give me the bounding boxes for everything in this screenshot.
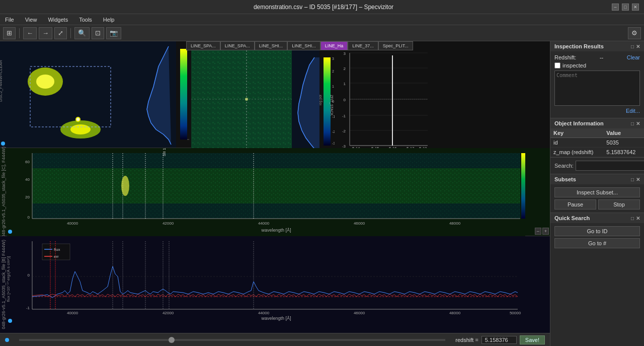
menu-help[interactable]: Help (100, 16, 118, 24)
forward-button[interactable]: → (39, 27, 52, 39)
svg-text:42000: 42000 (163, 221, 174, 226)
zoom-plus-2d[interactable]: + (542, 228, 549, 235)
svg-text:SII 1: SII 1 (162, 148, 167, 156)
timeline-slider-thumb[interactable] (169, 337, 175, 343)
redshift-display: redshift = Save! (455, 335, 545, 344)
screenshot-button[interactable]: 📷 (106, 27, 121, 39)
maximize-button[interactable]: □ (622, 4, 629, 11)
clear-button[interactable]: Clear (627, 54, 640, 60)
timeline-slider-track[interactable] (19, 339, 445, 341)
svg-text:60: 60 (25, 160, 30, 164)
svg-text:3: 3 (332, 57, 334, 60)
inspection-results-header: Inspection Results □ ✕ (550, 41, 644, 51)
svg-text:40000: 40000 (67, 311, 78, 315)
window-controls[interactable]: – □ ✕ (612, 4, 639, 11)
svg-text:-1: -1 (26, 306, 30, 310)
subsets-header: Subsets □ ✕ (550, 174, 644, 184)
pause-button[interactable]: Pause (554, 199, 596, 210)
left-panels: LINE_SPA... LINE_SPA... LINE_SHI... LINE… (0, 41, 550, 346)
goto-hash-button[interactable]: Go to # (554, 238, 640, 248)
tab-line-shi-1[interactable]: LINE_SHI... (255, 41, 288, 50)
inspected-checkbox[interactable] (554, 62, 560, 68)
galaxy-image-svg: DSC2_F444W=CLEAR (0, 41, 141, 148)
inspection-close-icon[interactable]: ✕ (636, 44, 640, 49)
inspect-subset-button[interactable]: Inspect Subset... (554, 187, 640, 197)
grid-button[interactable]: ⊞ (3, 27, 16, 39)
profile-right (292, 50, 319, 157)
colorbar-left-svg (176, 41, 191, 148)
tab-line-spa-2[interactable]: LINE_SPA... (220, 41, 255, 50)
close-button[interactable]: ✕ (632, 4, 639, 11)
edit-button[interactable]: Edit... (554, 107, 640, 115)
svg-text:48000: 48000 (449, 221, 461, 226)
inspection-results-title: Inspection Results (554, 43, 604, 49)
subsets-area: Inspect Subset... Pause Stop (550, 184, 644, 213)
goto-id-button[interactable]: Go to ID (554, 226, 640, 236)
tab-line-ha[interactable]: LINE_Ha (320, 41, 348, 50)
save-button[interactable]: Save! (520, 335, 545, 344)
spectrum-2d-nav[interactable]: – + (535, 228, 549, 235)
expand-button[interactable]: ⤢ (54, 27, 67, 39)
inspection-minimize-icon[interactable]: □ (631, 44, 634, 49)
quick-search-panel-controls[interactable]: □ ✕ (631, 216, 640, 221)
svg-text:0: 0 (28, 215, 30, 220)
svg-point-21 (245, 98, 248, 101)
tab-line-spa-1[interactable]: LINE_SPA... (186, 41, 220, 50)
svg-text:flux [×10⁻¹⁹ erg/(Å s cm²)]: flux [×10⁻¹⁹ erg/(Å s cm²)] (7, 256, 11, 302)
quick-search-title: Quick Search (554, 215, 590, 221)
svg-text:40: 40 (25, 177, 30, 182)
comment-textarea[interactable] (554, 71, 640, 106)
svg-text:20: 20 (25, 195, 30, 199)
svg-text:0: 0 (28, 273, 30, 278)
svg-text:flux: flux (54, 247, 60, 252)
quick-search-minimize-icon[interactable]: □ (631, 216, 634, 221)
object-info-title: Object Information (554, 120, 604, 126)
spectrum-1d-main: flux err NII 1 NII 2 HeI-6680 SII 2 SII … (7, 236, 550, 333)
tab-line-37[interactable]: LINE_37... (348, 41, 378, 50)
bottom-bar: redshift = Save! (0, 333, 550, 346)
inspection-panel-controls[interactable]: □ ✕ (631, 44, 640, 49)
titlebar: demonstration.csv – ID 5035 [#18/177] – … (0, 0, 644, 14)
zoom-minus-2d[interactable]: – (535, 228, 541, 235)
menu-tools[interactable]: Tools (76, 16, 95, 24)
minimize-button[interactable]: – (612, 4, 619, 11)
search-area: Search: Columns... (550, 158, 644, 174)
key-id: id (550, 138, 603, 148)
tab-spec-plit[interactable]: Spec_PLIT... (378, 41, 413, 50)
menu-file[interactable]: File (2, 16, 17, 24)
subsets-panel-controls[interactable]: □ ✕ (631, 177, 640, 182)
object-info-close-icon[interactable]: ✕ (636, 121, 640, 126)
back-button[interactable]: ← (23, 27, 37, 39)
subsets-close-icon[interactable]: ✕ (636, 177, 640, 182)
settings-button[interactable]: ⚙ (628, 27, 641, 39)
inspection-section: Redshift: -- Clear inspected Edit... (550, 51, 644, 118)
zgrid-plot: 5.14 5.15 5.16 5.17 5.18 3 2 1 0 -1 -2 -… (335, 50, 550, 157)
object-info-panel-controls[interactable]: □ ✕ (631, 121, 640, 126)
quick-search-close-icon[interactable]: ✕ (636, 216, 640, 221)
redshift-input[interactable] (481, 336, 517, 344)
colorbar-center-svg: 3 2 1 0 -1 -2 -3 log pdf ZFIT_STACK (319, 55, 335, 153)
menu-widgets[interactable]: Widgets (45, 16, 71, 24)
zoom-button[interactable]: 🔍 (74, 27, 90, 39)
fit-button[interactable]: ⊡ (92, 27, 104, 39)
tab-line-shi-2[interactable]: LINE_SHI... (287, 41, 320, 50)
stop-button[interactable]: Stop (598, 199, 640, 210)
object-info-header: Object Information □ ✕ (550, 118, 644, 128)
menu-view[interactable]: View (22, 16, 40, 24)
svg-text:-3: -3 (342, 144, 346, 148)
quick-search-area: Go to ID Go to # (550, 223, 644, 253)
spectrum-1d-indicator (8, 318, 12, 324)
object-info-minimize-icon[interactable]: □ (631, 121, 634, 126)
spectrum-2d-yaxis-label: 048-gr26-v5.1_A5035_stack_file [C], F444… (0, 148, 7, 236)
center-image-svg (191, 50, 292, 148)
svg-text:50000: 50000 (510, 311, 521, 315)
object-info-section: Object Information □ ✕ Key Value id 5035 (550, 118, 644, 158)
profile-left (141, 41, 176, 148)
subsets-title: Subsets (554, 176, 576, 182)
spectrum-2d-main: NII 1 NII 2 HeI-6680 SII 2 SII 1 HeI-706… (7, 148, 550, 236)
toolbar-separator-2 (70, 28, 71, 38)
subsets-minimize-icon[interactable]: □ (631, 177, 634, 182)
search-input[interactable] (576, 161, 644, 171)
svg-text:-1: -1 (342, 114, 346, 118)
key-zmap: z_map (redshift) (550, 148, 603, 157)
